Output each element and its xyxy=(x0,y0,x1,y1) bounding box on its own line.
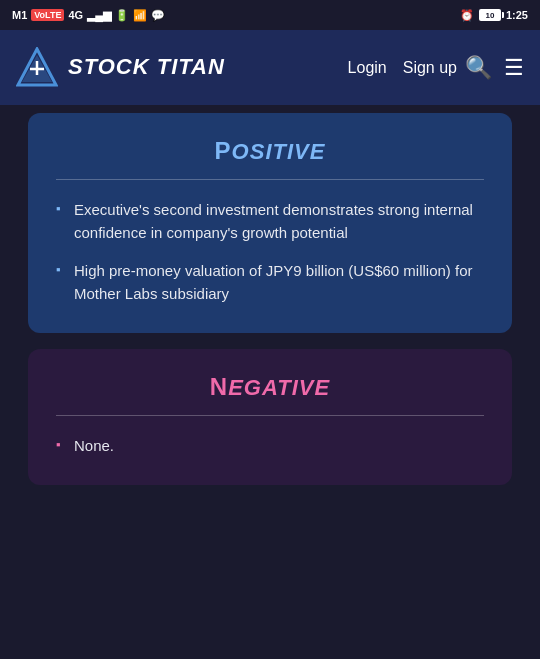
volte-label: VoLTE xyxy=(31,9,64,21)
nav-icons: 🔍 ☰ xyxy=(465,57,524,79)
status-right: ⏰ 10 1:25 xyxy=(460,9,528,22)
positive-divider xyxy=(56,179,484,180)
alarm-icon: ⏰ xyxy=(460,9,474,22)
negative-bullets: None. xyxy=(56,434,484,457)
positive-section: POSITIVE Executive's second investment d… xyxy=(28,113,512,333)
positive-bullet-1: Executive's second investment demonstrat… xyxy=(56,198,484,245)
negative-title: NEGATIVE xyxy=(56,373,484,401)
signal-icon: ▂▄▆ xyxy=(87,9,111,22)
positive-bullet-2: High pre-money valuation of JPY9 billion… xyxy=(56,259,484,306)
signup-link[interactable]: Sign up xyxy=(403,59,457,77)
status-left: M1 VoLTE 4G ▂▄▆ 🔋 📶 💬 xyxy=(12,9,165,22)
logo-icon xyxy=(16,47,58,89)
battery-level: 10 xyxy=(479,9,501,21)
battery-device-icon: 🔋 xyxy=(115,9,129,22)
negative-divider xyxy=(56,415,484,416)
logo-area: STOCK TITAN xyxy=(16,47,348,89)
carrier-label: M1 xyxy=(12,9,27,21)
search-button[interactable]: 🔍 xyxy=(465,57,492,79)
network-label: 4G xyxy=(68,9,83,21)
content: POSITIVE Executive's second investment d… xyxy=(0,105,540,659)
navbar: STOCK TITAN Login Sign up 🔍 ☰ xyxy=(0,30,540,105)
negative-section: NEGATIVE None. xyxy=(28,349,512,485)
logo-text: STOCK TITAN xyxy=(68,55,225,79)
nav-links: Login Sign up xyxy=(348,59,457,77)
status-bar: M1 VoLTE 4G ▂▄▆ 🔋 📶 💬 ⏰ 10 1:25 xyxy=(0,0,540,30)
positive-bullets: Executive's second investment demonstrat… xyxy=(56,198,484,305)
message-icon: 💬 xyxy=(151,9,165,22)
wifi-icon: 📶 xyxy=(133,9,147,22)
login-link[interactable]: Login xyxy=(348,59,387,77)
menu-button[interactable]: ☰ xyxy=(504,57,524,79)
negative-bullet-1: None. xyxy=(56,434,484,457)
time-label: 1:25 xyxy=(506,9,528,21)
positive-title: POSITIVE xyxy=(56,137,484,165)
